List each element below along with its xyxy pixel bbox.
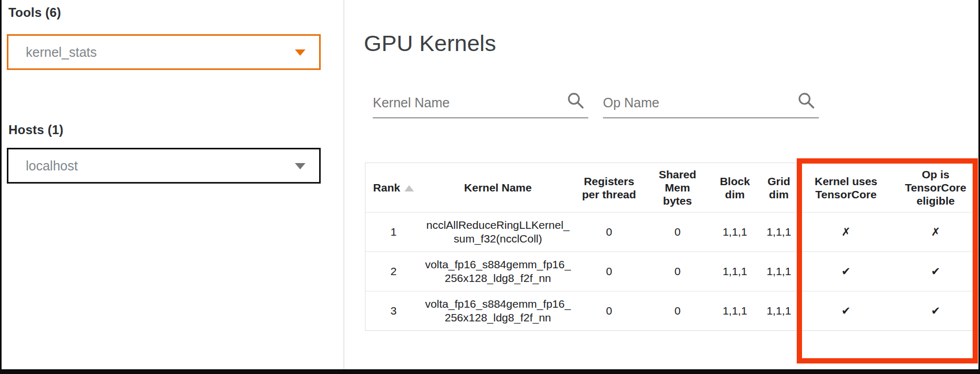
sidebar-divider	[343, 0, 344, 369]
grid-dim-cell: 1,1,1	[759, 213, 799, 252]
table-header-row: Rank Kernel Name Registers per thread Sh…	[365, 163, 979, 213]
kernel-uses-tensorcore-cell: ✔	[799, 252, 893, 291]
profiler-kernel-stats-page: Tools (6) kernel_stats Hosts (1) localho…	[0, 0, 980, 374]
column-header-rank[interactable]: Rank	[365, 163, 422, 213]
kernel-name-cell: ncclAllReduceRingLLKernel_sum_f32(ncclCo…	[422, 213, 575, 252]
registers-per-thread-cell: 0	[575, 291, 644, 331]
table-row: 2 volta_fp16_s884gemm_fp16_256x128_ldg8_…	[365, 252, 979, 291]
kernel-name-filter-input[interactable]	[373, 92, 588, 113]
op-name-filter-input[interactable]	[603, 92, 819, 113]
kernel-uses-tensorcore-cell: ✔	[799, 291, 893, 331]
column-header-registers-per-thread[interactable]: Registers per thread	[575, 163, 644, 213]
hosts-label: Hosts (1)	[8, 123, 63, 137]
window-border-bottom	[0, 369, 980, 374]
search-icon	[566, 91, 585, 110]
shared-mem-bytes-cell: 0	[644, 291, 711, 331]
op-name-filter-field	[603, 86, 819, 118]
column-header-grid-dim[interactable]: Grid dim	[759, 163, 799, 213]
column-header-block-dim[interactable]: Block dim	[711, 163, 759, 213]
table-row: 1 ncclAllReduceRingLLKernel_sum_f32(nccl…	[365, 213, 979, 252]
op-tensorcore-eligible-cell: ✔	[893, 291, 979, 331]
hosts-select-value: localhost	[26, 158, 78, 174]
tools-label: Tools (6)	[8, 5, 61, 20]
registers-per-thread-cell: 0	[575, 213, 644, 252]
table-row: 3 volta_fp16_s884gemm_fp16_256x128_ldg8_…	[365, 291, 979, 331]
chevron-down-icon	[295, 163, 305, 169]
grid-dim-cell: 1,1,1	[759, 291, 799, 331]
rank-cell: 1	[365, 213, 422, 252]
rank-cell: 3	[365, 291, 422, 331]
shared-mem-bytes-cell: 0	[644, 213, 711, 252]
window-border-left	[0, 0, 2, 374]
sort-ascending-icon	[404, 185, 414, 191]
kernel-name-filter-field	[373, 86, 588, 118]
gpu-kernels-table: Rank Kernel Name Registers per thread Sh…	[365, 163, 979, 331]
tools-select[interactable]: kernel_stats	[7, 34, 321, 70]
block-dim-cell: 1,1,1	[711, 291, 759, 331]
kernel-uses-tensorcore-cell: ✗	[799, 213, 893, 252]
sidebar: Tools (6) kernel_stats Hosts (1) localho…	[2, 0, 343, 369]
registers-per-thread-cell: 0	[575, 252, 644, 291]
hosts-select[interactable]: localhost	[7, 148, 321, 184]
op-tensorcore-eligible-cell: ✗	[893, 213, 979, 252]
rank-cell: 2	[365, 252, 422, 291]
block-dim-cell: 1,1,1	[711, 252, 759, 291]
tools-select-value: kernel_stats	[26, 45, 97, 60]
page-title: GPU Kernels	[364, 31, 496, 56]
column-header-kernel-uses-tensorcore[interactable]: Kernel uses TensorCore	[799, 163, 893, 213]
op-tensorcore-eligible-cell: ✔	[893, 252, 979, 291]
kernel-name-cell: volta_fp16_s884gemm_fp16_256x128_ldg8_f2…	[422, 252, 575, 291]
column-header-kernel-name[interactable]: Kernel Name	[422, 163, 575, 213]
shared-mem-bytes-cell: 0	[644, 252, 711, 291]
grid-dim-cell: 1,1,1	[759, 252, 799, 291]
column-header-op-tensorcore-eligible[interactable]: Op is TensorCore eligible	[893, 163, 979, 213]
search-icon	[797, 91, 816, 110]
chevron-down-icon	[295, 49, 305, 56]
block-dim-cell: 1,1,1	[711, 213, 759, 252]
column-header-shared-mem-bytes[interactable]: Shared Mem bytes	[644, 163, 711, 213]
kernel-name-cell: volta_fp16_s884gemm_fp16_256x128_ldg8_f2…	[422, 291, 575, 331]
